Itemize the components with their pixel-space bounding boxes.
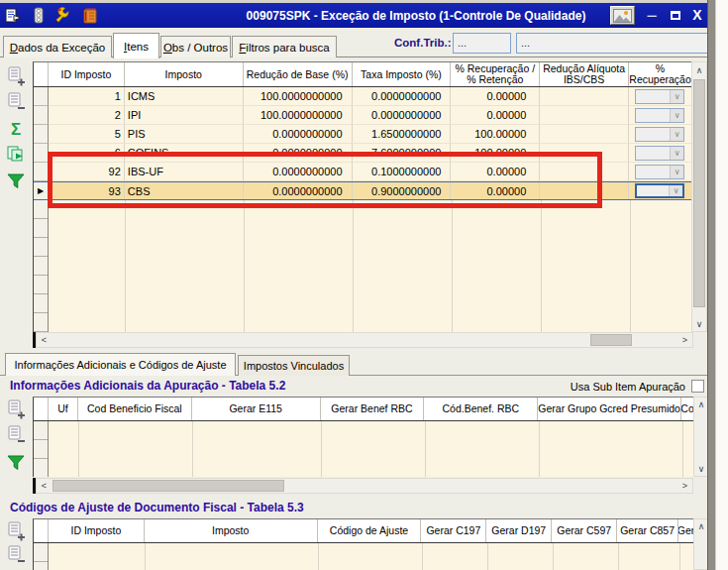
cell-taxa[interactable]: 0.0000000000 [353, 106, 452, 125]
cell-reducao-base[interactable]: 0.0000000000 [244, 125, 353, 144]
chevron-down-icon[interactable]: ∨ [670, 109, 683, 122]
wrench-icon[interactable] [52, 5, 77, 27]
header-gerar-d197[interactable]: Gerar D197 [486, 519, 552, 542]
conf-trib-description-field[interactable]: ... [516, 33, 708, 54]
row-selector[interactable] [34, 87, 49, 106]
header-cod-benef-rbc[interactable]: Cód.Benef. RBC [424, 398, 538, 420]
row-selector[interactable] [34, 144, 49, 163]
filter-funnel-button-53[interactable] [4, 565, 28, 570]
header-recuperacao-2[interactable]: % Recuperação [629, 62, 691, 86]
cell-recuperacao-2[interactable]: ∨ [629, 125, 691, 144]
table-row-ipi[interactable]: 2 IPI 100.0000000000 0.0000000000 0.0000… [34, 106, 691, 125]
row-selector[interactable] [34, 106, 49, 125]
scroll-up-icon[interactable]: ∧ [694, 519, 708, 533]
header-reducao-base[interactable]: Redução de Base (%) [244, 62, 353, 86]
header-gerar-e115[interactable]: Gerar E115 [192, 398, 321, 420]
cell-recuperacao[interactable]: 0.00000 [451, 87, 540, 106]
scroll-left-icon[interactable]: < [37, 479, 52, 493]
cell-id[interactable]: 1 [49, 87, 125, 106]
chevron-down-icon[interactable]: ∨ [670, 128, 683, 141]
add-row-button-52[interactable] [4, 398, 28, 421]
tab-itens[interactable]: Itens [113, 33, 159, 58]
chevron-down-icon[interactable]: ∨ [670, 166, 683, 178]
export-document-icon[interactable] [0, 5, 26, 27]
recuperacao-combobox[interactable]: ∨ [635, 146, 684, 161]
row-selector[interactable] [34, 125, 49, 144]
delete-row-button-53[interactable] [4, 543, 28, 567]
tab-filtros-para-busca[interactable]: Filtros para busca [232, 36, 337, 57]
filter-funnel-button-52[interactable] [4, 450, 28, 474]
chevron-down-icon[interactable]: ∨ [670, 90, 683, 103]
chevron-down-icon[interactable]: ∨ [670, 147, 683, 160]
header-reducao-aliquota-ibs-cbs[interactable]: Redução Alíquota IBS/CBS [540, 62, 629, 86]
tab-impostos-vinculados[interactable]: Impostos Vinculados [238, 355, 350, 376]
cell-reducao-base[interactable]: 100.0000000000 [244, 106, 353, 125]
maximize-button[interactable] [666, 5, 685, 25]
cell-reducao-aliquota[interactable] [540, 125, 629, 144]
cell-recuperacao-2[interactable]: ∨ [629, 163, 691, 181]
row-selector-marker[interactable]: ▶ [34, 182, 49, 199]
header-clipped[interactable]: Ger [678, 519, 693, 542]
delete-row-button-52[interactable] [4, 423, 28, 447]
cell-imposto[interactable]: ICMS [125, 87, 244, 106]
conf-trib-code-field[interactable]: ... [453, 33, 511, 54]
items-hscrollbar[interactable]: < > [36, 332, 693, 348]
apuracao-hscrollbar[interactable]: < > [36, 478, 693, 494]
scroll-right-icon[interactable]: > [677, 479, 692, 493]
cell-imposto[interactable]: PIS [125, 125, 244, 144]
recuperacao-combobox[interactable]: ∨ [635, 108, 684, 123]
tab-informacoes-adicionais[interactable]: Informações Adicionais e Códigos de Ajus… [5, 353, 236, 376]
export-button[interactable] [4, 143, 28, 167]
add-row-button[interactable] [4, 64, 28, 88]
scroll-right-icon[interactable]: > [677, 333, 692, 347]
header-imposto[interactable]: Imposto [125, 62, 244, 86]
cell-reducao-base[interactable]: 100.0000000000 [244, 87, 353, 106]
header-gerar-c597[interactable]: Gerar C597 [552, 519, 617, 542]
chevron-down-icon[interactable]: ∨ [669, 185, 682, 196]
cell-id[interactable]: 5 [49, 125, 125, 144]
cell-recuperacao-2[interactable]: ∨ [629, 144, 691, 163]
table-row-pis[interactable]: 5 PIS 0.0000000000 1.6500000000 100.0000… [34, 125, 691, 144]
items-vscrollbar[interactable]: ∧ ∨ [691, 61, 707, 332]
delete-row-button[interactable] [4, 90, 28, 114]
header-imposto[interactable]: Imposto [145, 519, 318, 542]
recuperacao-combobox[interactable]: ∨ [635, 127, 684, 142]
notebook-icon[interactable] [77, 5, 103, 27]
cell-recuperacao[interactable]: 100.00000 [451, 125, 540, 144]
header-id-imposto[interactable]: ID Imposto [49, 62, 125, 86]
cell-imposto[interactable]: IPI [125, 106, 244, 125]
scroll-up-icon[interactable]: ∧ [694, 398, 708, 411]
table-row-icms[interactable]: 1 ICMS 100.0000000000 0.0000000000 0.000… [34, 87, 691, 106]
cell-taxa[interactable]: 1.6500000000 [353, 125, 452, 144]
filter-funnel-button[interactable] [4, 169, 28, 192]
usa-sub-item-checkbox[interactable] [691, 380, 704, 393]
cell-recuperacao-2[interactable]: ∨ [629, 87, 691, 106]
cell-recuperacao[interactable]: 0.00000 [451, 106, 540, 125]
tab-obs-outros[interactable]: Obs / Outros [160, 36, 231, 57]
recuperacao-combobox[interactable]: ∨ [635, 165, 684, 179]
row-selector[interactable] [34, 163, 49, 181]
cell-taxa[interactable]: 0.0000000000 [353, 87, 452, 106]
cell-recuperacao-2[interactable]: ∨ [629, 106, 691, 125]
add-row-button-53[interactable] [4, 519, 28, 543]
cell-recuperacao-2[interactable]: ∨ [629, 182, 691, 199]
hscroll-thumb[interactable] [590, 334, 632, 346]
cell-id[interactable]: 2 [49, 106, 125, 125]
scroll-down-icon[interactable]: ∨ [694, 462, 708, 476]
header-cod-beneficio[interactable]: Cod Beneficio Fiscal [78, 398, 192, 420]
header-recuperacao-retencao[interactable]: % Recuperação / % Retenção [451, 62, 540, 86]
traffic-light-icon[interactable] [26, 5, 52, 27]
minimize-button[interactable]: ─ [642, 5, 662, 25]
header-clipped[interactable]: Co [681, 398, 693, 420]
scroll-down-icon[interactable]: ∨ [692, 316, 706, 331]
recuperacao-combobox[interactable]: ∨ [635, 89, 684, 104]
cell-reducao-aliquota[interactable] [540, 87, 629, 106]
close-button[interactable]: X [687, 5, 707, 25]
picture-button[interactable] [610, 6, 635, 25]
header-gerar-c197[interactable]: Gerar C197 [421, 519, 486, 542]
header-gerar-grupo-gcred[interactable]: Gerar Grupo Gcred Presumido [538, 398, 681, 420]
header-uf[interactable]: Uf [49, 398, 78, 420]
cell-reducao-aliquota[interactable] [540, 106, 629, 125]
hscroll-thumb[interactable] [52, 480, 284, 492]
tab-dados-da-excecao[interactable]: Dados da Exceção [3, 36, 112, 57]
